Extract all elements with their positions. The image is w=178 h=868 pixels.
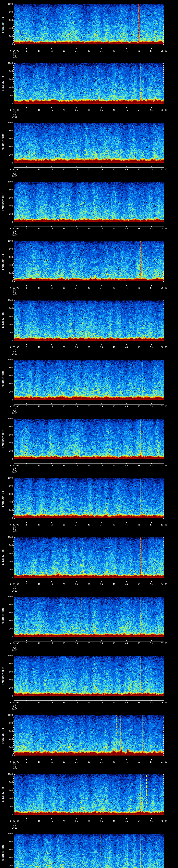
y-axis-left (12, 419, 15, 459)
x-tick-label: 40 (113, 524, 115, 526)
x-tick-label: 45 (125, 50, 128, 52)
x-tick-label: 45 (125, 642, 128, 645)
date-year-label: 2016 (12, 590, 17, 592)
x-tick-label: 40 (113, 346, 115, 348)
y-tick-label: 600 (4, 197, 13, 199)
x-tick-label: 45 (125, 465, 128, 467)
x-tick-label: 10 (38, 820, 40, 823)
time-axis (14, 225, 164, 227)
x-tick-label: 15 (51, 287, 53, 289)
y-tick-label: 800 (4, 485, 13, 487)
x-tick-label: 30 (88, 287, 90, 289)
x-tick-label: 50 (138, 524, 140, 526)
date-year-label: 2016 (12, 530, 17, 533)
x-tick-label: 45 (125, 820, 128, 823)
spectrogram-panel: Frequency (Hz) 6:29:00 31 Aug 2016 30:00… (0, 296, 178, 355)
x-tick-label: 30 (88, 465, 90, 467)
y-tick-label: 600 (4, 78, 13, 81)
x-end-time-label: 25:00 (161, 50, 167, 52)
x-tick-label: 25 (75, 346, 78, 348)
x-tick-label: 10 (38, 465, 40, 467)
x-tick-label: 5 (26, 524, 27, 526)
y-axis-left (12, 775, 15, 815)
x-tick-label: 45 (125, 405, 128, 408)
y-axis-right (163, 301, 164, 341)
x-tick-label: 30 (88, 109, 90, 111)
x-tick-label: 5 (26, 287, 27, 289)
x-tick-label: 5 (26, 820, 27, 823)
time-axis (14, 344, 164, 345)
x-tick-label: 15 (51, 50, 53, 52)
x-tick-label: 5 (26, 642, 27, 645)
x-tick-label: 55 (150, 583, 153, 585)
y-tick-label: 1000 (4, 359, 13, 361)
spectrogram-panel: Frequency (Hz) 6:30:00 31 Aug 2016 31:00… (0, 355, 178, 415)
x-tick-label: 55 (150, 820, 153, 823)
x-tick-label: 20 (63, 287, 65, 289)
x-tick-label: 55 (150, 761, 153, 763)
x-tick-label: 50 (138, 227, 140, 230)
x-tick-label: 5 (26, 405, 27, 408)
x-tick-label: 10 (38, 168, 40, 170)
x-tick-label: 35 (100, 227, 103, 230)
y-tick-label: 200 (4, 865, 13, 867)
y-axis-right (163, 656, 164, 696)
y-tick-label: 1000 (4, 122, 13, 124)
y-tick-label: 400 (4, 442, 13, 444)
y-tick-label: 0 (4, 577, 13, 579)
x-tick-label: 35 (100, 524, 103, 526)
x-tick-label: 35 (100, 642, 103, 645)
x-tick-label: 15 (51, 227, 53, 230)
x-tick-label: 25 (75, 287, 78, 289)
y-tick-label: 1000 (4, 655, 13, 657)
y-tick-label: 0 (4, 754, 13, 756)
y-tick-label: 400 (4, 620, 13, 622)
x-tick-label: 20 (63, 227, 65, 230)
x-tick-label: 15 (51, 583, 53, 585)
x-end-time-label: 29:00 (161, 287, 167, 289)
spectrogram-stack: Frequency (Hz) 6:24:00 31 Aug 2016 25:00… (0, 0, 178, 868)
x-tick-label: 30 (88, 761, 90, 763)
y-axis-right (163, 834, 164, 868)
y-axis-right (163, 360, 164, 400)
x-tick-label: 55 (150, 287, 153, 289)
x-tick-label: 50 (138, 642, 140, 645)
x-tick-label: 15 (51, 405, 53, 408)
y-tick-label: 1000 (4, 536, 13, 538)
spectrogram-panel: Frequency (Hz) 6:35:00 31 Aug 2016 36:00… (0, 652, 178, 711)
x-tick-label: 15 (51, 820, 53, 823)
y-tick-label: 400 (4, 383, 13, 385)
y-tick-label: 600 (4, 315, 13, 318)
y-tick-label: 200 (4, 35, 13, 37)
y-tick-label: 400 (4, 679, 13, 681)
date-year-label: 2016 (12, 235, 17, 237)
x-tick-label: 50 (138, 287, 140, 289)
x-tick-label: 25 (75, 820, 78, 823)
y-tick-label: 600 (4, 19, 13, 21)
y-tick-label: 0 (4, 340, 13, 342)
x-tick-label: 50 (138, 50, 140, 52)
y-tick-label: 600 (4, 552, 13, 555)
x-end-time-label: 26:00 (161, 109, 167, 111)
x-tick-label: 25 (75, 227, 78, 230)
y-tick-label: 600 (4, 730, 13, 733)
x-tick-label: 30 (88, 820, 90, 823)
spectrogram-panel: Frequency (Hz) 6:36:00 31 Aug 2016 37:00… (0, 711, 178, 770)
y-axis-right (163, 478, 164, 519)
date-year-label: 2016 (12, 116, 17, 118)
spectrogram-panel: Frequency (Hz) 6:31:00 31 Aug 2016 32:00… (0, 415, 178, 474)
y-tick-label: 800 (4, 663, 13, 665)
x-tick-label: 20 (63, 346, 65, 348)
time-axis (14, 521, 164, 523)
x-tick-label: 40 (113, 227, 115, 230)
x-tick-label: 35 (100, 405, 103, 408)
y-tick-label: 600 (4, 848, 13, 851)
x-tick-label: 55 (150, 346, 153, 348)
y-tick-label: 800 (4, 189, 13, 191)
x-tick-label: 35 (100, 583, 103, 585)
y-tick-label: 400 (4, 205, 13, 207)
y-tick-label: 800 (4, 840, 13, 843)
x-tick-label: 35 (100, 702, 103, 704)
x-tick-label: 30 (88, 50, 90, 52)
x-tick-label: 45 (125, 168, 128, 170)
